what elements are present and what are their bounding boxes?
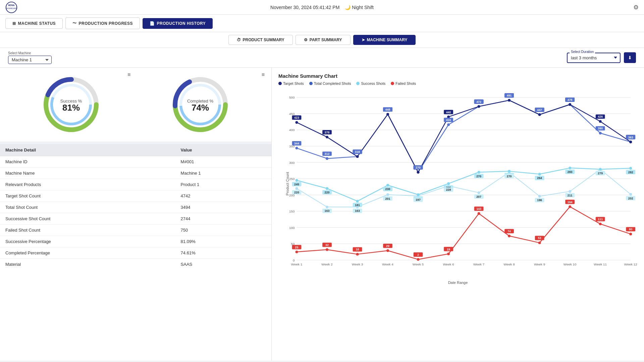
- chart-title: Machine Summary Chart: [278, 73, 637, 79]
- table-row: Successive Shot Count2744: [0, 213, 271, 225]
- product-summary-label: PRODUCT SUMMARY: [243, 38, 284, 42]
- svg-text:270: 270: [507, 175, 512, 178]
- svg-text:164: 164: [568, 200, 573, 204]
- sub-tab-part-summary[interactable]: ⚙ PART SUMMARY: [296, 35, 351, 45]
- svg-text:Week 6: Week 6: [443, 262, 454, 266]
- svg-text:318: 318: [355, 150, 360, 154]
- svg-point-103: [417, 258, 420, 261]
- svg-text:500: 500: [289, 96, 295, 99]
- settings-icon[interactable]: ⚙: [633, 4, 639, 11]
- svg-text:448: 448: [385, 108, 390, 111]
- completed-gauge: Completed % 74%: [170, 74, 230, 135]
- svg-text:150: 150: [289, 209, 295, 213]
- detail-cell: Material: [0, 259, 175, 270]
- part-summary-icon: ⚙: [304, 38, 308, 42]
- machine-select-label: Select Machine: [8, 51, 52, 55]
- detail-cell: Target Shot Count: [0, 190, 175, 202]
- sub-tab-product-summary[interactable]: ⏱ PRODUCT SUMMARY: [228, 35, 293, 45]
- shift-label: Night Shift: [352, 5, 374, 10]
- menu-icon-left[interactable]: ≡: [127, 72, 130, 78]
- svg-point-73: [599, 168, 602, 171]
- legend-label: Failed Shots: [395, 81, 416, 85]
- svg-point-70: [508, 170, 511, 173]
- chart-area: Product Count 05010015020025030035040045…: [278, 88, 637, 279]
- svg-point-93: [478, 105, 480, 108]
- col-detail-header: Machine Detail: [0, 144, 175, 156]
- svg-text:344: 344: [294, 142, 299, 145]
- col-value-header: Value: [175, 144, 271, 156]
- table-row: Relevant ProductsProduct 1: [0, 179, 271, 190]
- completed-gauge-svg: Completed % 74%: [170, 74, 230, 135]
- svg-point-80: [447, 123, 450, 126]
- sub-tab-machine-summary[interactable]: ➤ MACHINE SUMMARY: [353, 35, 416, 45]
- svg-point-106: [508, 235, 511, 237]
- detail-cell: Total Shot Count: [0, 202, 175, 213]
- download-button[interactable]: ⬇: [624, 52, 636, 63]
- logo-icon: MONA DASHBOARD: [5, 1, 17, 13]
- value-cell: 750: [175, 225, 271, 236]
- legend-dot: [309, 82, 313, 85]
- machine-summary-icon: ➤: [362, 38, 365, 42]
- svg-text:Week 4: Week 4: [382, 262, 393, 266]
- svg-text:312: 312: [325, 152, 330, 156]
- menu-icon-right[interactable]: ≡: [262, 72, 265, 78]
- value-cell: 2744: [175, 213, 271, 225]
- svg-text:2: 2: [417, 253, 419, 256]
- production-history-label: PRODUCTION HISTORY: [157, 21, 206, 26]
- svg-text:220: 220: [325, 191, 330, 194]
- svg-point-63: [296, 179, 298, 182]
- table-row: Machine IDM#001: [0, 156, 271, 168]
- svg-text:163: 163: [355, 209, 360, 213]
- detail-cell: Successive Shot Count: [0, 213, 175, 225]
- svg-text:283: 283: [568, 170, 573, 174]
- logo: MONA DASHBOARD: [5, 1, 17, 13]
- success-gauge: Success % 81%: [41, 74, 101, 135]
- detail-cell: Failed Shot Count: [0, 225, 175, 236]
- svg-text:196: 196: [537, 198, 542, 202]
- nav-bar: ⊞ MACHINE STATUS 〜 PRODUCTION PROGRESS 📄…: [0, 15, 644, 32]
- svg-text:197: 197: [416, 198, 421, 201]
- svg-point-87: [296, 121, 298, 124]
- svg-text:201: 201: [385, 197, 390, 200]
- svg-text:478: 478: [568, 98, 573, 102]
- svg-text:25: 25: [295, 246, 299, 249]
- tab-production-progress[interactable]: 〜 PRODUCTION PROGRESS: [65, 17, 140, 29]
- detail-table: Machine Detail Value Machine IDM#001Mach…: [0, 144, 271, 270]
- legend-item: Failed Shots: [391, 81, 416, 85]
- legend-item: Success Shots: [356, 81, 385, 85]
- svg-text:163: 163: [325, 209, 330, 213]
- svg-point-96: [569, 103, 571, 106]
- machine-select-group: Select Machine Machine 1 Machine 2 Machi…: [8, 51, 52, 64]
- svg-point-107: [538, 241, 541, 244]
- svg-point-72: [569, 167, 571, 169]
- legend-item: Target Shots: [278, 81, 304, 85]
- svg-text:423: 423: [294, 116, 299, 119]
- table-row: Target Shot Count4742: [0, 190, 271, 202]
- svg-point-66: [386, 184, 389, 187]
- legend-label: Success Shots: [361, 81, 385, 85]
- machine-select[interactable]: Machine 1 Machine 2 Machine 3: [8, 56, 52, 64]
- svg-point-62: [629, 193, 632, 196]
- tab-machine-status[interactable]: ⊞ MACHINE STATUS: [5, 18, 63, 29]
- svg-point-105: [478, 212, 480, 215]
- production-history-icon: 📄: [150, 21, 155, 26]
- product-summary-icon: ⏱: [237, 38, 241, 42]
- svg-point-64: [326, 187, 328, 190]
- main-content: ≡ ≡ Success % 81%: [0, 68, 644, 361]
- svg-text:390: 390: [598, 127, 603, 130]
- svg-text:300: 300: [289, 161, 295, 165]
- svg-point-91: [417, 171, 420, 174]
- svg-text:250: 250: [289, 177, 295, 181]
- svg-text:Week 9: Week 9: [534, 262, 545, 266]
- svg-text:245: 245: [294, 183, 299, 186]
- tab-production-history[interactable]: 📄 PRODUCTION HISTORY: [143, 18, 213, 29]
- duration-select[interactable]: last 1 month last 3 months last 6 months…: [567, 53, 621, 63]
- svg-point-94: [508, 99, 511, 102]
- svg-text:Week 2: Week 2: [321, 262, 332, 266]
- svg-text:491: 491: [507, 94, 512, 97]
- svg-point-108: [569, 205, 571, 208]
- svg-text:111: 111: [598, 218, 603, 221]
- svg-text:53: 53: [538, 237, 541, 240]
- x-axis-label: Date Range: [278, 281, 637, 285]
- night-shift: 🌙 Night Shift: [345, 5, 374, 10]
